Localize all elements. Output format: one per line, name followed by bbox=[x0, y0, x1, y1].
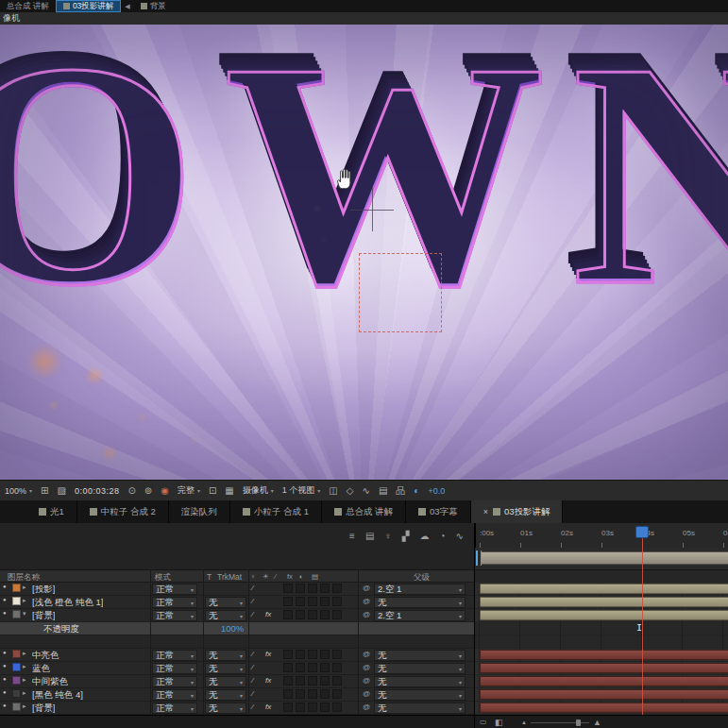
switch-cell[interactable] bbox=[283, 610, 293, 619]
reset-exposure-icon[interactable]: ◐ bbox=[414, 485, 419, 496]
timeline-button-icon[interactable]: ▤ bbox=[379, 485, 387, 496]
tab-scroll-arrow-icon[interactable]: ◀ bbox=[121, 3, 133, 10]
layer-duration-bar[interactable] bbox=[480, 676, 728, 686]
switch-cell[interactable] bbox=[296, 663, 305, 672]
view-select[interactable]: 摄像机▾ bbox=[243, 484, 274, 497]
switch-cell[interactable] bbox=[332, 689, 342, 699]
visibility-eye-icon[interactable]: ● bbox=[3, 597, 7, 602]
comp-tab-6[interactable]: ×03投影讲解 bbox=[471, 500, 564, 523]
share-view-icon[interactable]: ◫ bbox=[329, 485, 337, 496]
composition-view[interactable]: OWN bbox=[0, 25, 728, 480]
visibility-eye-icon[interactable]: ● bbox=[3, 663, 7, 669]
comp-tab-2[interactable]: 渲染队列 bbox=[169, 500, 230, 523]
expand-arrow-icon[interactable]: ▸ bbox=[23, 597, 26, 604]
parent-pickwhip-icon[interactable]: @ bbox=[363, 650, 370, 658]
expand-arrow-icon[interactable]: ▸ bbox=[23, 663, 26, 670]
time-ruler[interactable]: :00s01s02s03s04s05s06s bbox=[475, 523, 728, 548]
switch-cell[interactable] bbox=[296, 689, 305, 699]
quality-switch-icon[interactable]: ⁄ bbox=[252, 676, 253, 685]
comp-tab-3[interactable]: 小粒子 合成 1 bbox=[230, 500, 322, 523]
transparency-grid-icon[interactable]: ▦ bbox=[225, 485, 233, 496]
parent-pickwhip-icon[interactable]: @ bbox=[363, 676, 370, 685]
property-value[interactable]: 100% bbox=[221, 623, 244, 634]
quality-switch-icon[interactable]: ⁄ bbox=[252, 610, 253, 618]
switch-cell[interactable] bbox=[296, 650, 305, 659]
switch-cell[interactable] bbox=[332, 650, 342, 659]
trkmat-select[interactable]: 无▾ bbox=[205, 689, 246, 701]
switch-cell[interactable] bbox=[332, 584, 342, 593]
switch-cell[interactable] bbox=[308, 663, 317, 672]
expand-arrow-icon[interactable]: ▸ bbox=[23, 584, 26, 591]
layer-color-chip[interactable] bbox=[12, 663, 21, 671]
work-area-bar[interactable] bbox=[481, 551, 728, 565]
switch-cell[interactable] bbox=[296, 584, 305, 593]
layer-row-5[interactable]: ●▸中亮色正常▾无▾⁄fx@无▾ bbox=[0, 649, 475, 662]
fx-badge-icon[interactable]: fx bbox=[265, 703, 271, 711]
mode-select[interactable]: 正常▾ bbox=[152, 663, 197, 674]
expand-arrow-icon[interactable]: ▾ bbox=[23, 610, 26, 618]
parent-select[interactable]: 2.空 1▾ bbox=[374, 584, 466, 595]
view-layout-select[interactable]: 1 个视图▾ bbox=[282, 484, 321, 497]
hide-shy-icon[interactable]: ♀ bbox=[384, 531, 392, 541]
layer-color-chip[interactable] bbox=[12, 676, 21, 685]
layer-color-chip[interactable] bbox=[12, 584, 21, 592]
layer-row-8[interactable]: ●▸[黑色 纯色 4]正常▾无▾⁄@无▾ bbox=[0, 688, 475, 702]
layer-color-chip[interactable] bbox=[12, 650, 21, 658]
switch-cell[interactable] bbox=[283, 676, 293, 686]
switch-cell[interactable] bbox=[320, 610, 330, 619]
layer-color-chip[interactable] bbox=[12, 689, 21, 698]
quality-switch-icon[interactable]: ⁄ bbox=[252, 584, 253, 592]
switch-cell[interactable] bbox=[283, 689, 293, 699]
column-t[interactable]: T bbox=[207, 572, 212, 582]
switch-cell[interactable] bbox=[296, 703, 305, 712]
layer-row-1[interactable]: ●▸[浅色 橙色 纯色 1]正常▾无▾⁄@无▾ bbox=[0, 596, 475, 609]
parent-pickwhip-icon[interactable]: @ bbox=[363, 610, 370, 618]
comp-tab-0[interactable]: 光1 bbox=[26, 500, 77, 523]
switch-cell[interactable] bbox=[308, 703, 317, 712]
roi-dashed-box[interactable] bbox=[359, 253, 442, 332]
switch-cell[interactable] bbox=[320, 597, 330, 606]
snapshot-icon[interactable]: ⊙ bbox=[127, 485, 135, 496]
comp-tab-5[interactable]: 03字幕 bbox=[406, 500, 471, 523]
layer-duration-bar[interactable] bbox=[480, 689, 728, 700]
region-of-interest-icon[interactable]: ⊡ bbox=[209, 485, 216, 496]
layer-duration-bar[interactable] bbox=[480, 663, 728, 673]
switch-cell[interactable] bbox=[320, 584, 330, 593]
parent-pickwhip-icon[interactable]: @ bbox=[363, 663, 370, 671]
layer-duration-bar[interactable] bbox=[480, 703, 728, 713]
quality-switch-icon[interactable]: ⁄ bbox=[252, 663, 253, 671]
track-row-2[interactable] bbox=[475, 609, 728, 622]
layer-duration-bar[interactable] bbox=[480, 584, 728, 594]
expand-arrow-icon[interactable]: ▸ bbox=[23, 689, 26, 697]
viewer-tab-1[interactable]: 03投影讲解 bbox=[56, 0, 121, 12]
switch-cell[interactable] bbox=[320, 663, 330, 672]
fx-badge-icon[interactable]: fx bbox=[265, 610, 271, 618]
pixel-aspect-icon[interactable]: ◇ bbox=[347, 485, 354, 496]
mode-select[interactable]: 正常▾ bbox=[152, 610, 197, 621]
switch-cell[interactable] bbox=[296, 597, 305, 606]
mode-select[interactable]: 正常▾ bbox=[152, 584, 197, 595]
switch-cell[interactable] bbox=[308, 676, 317, 686]
mask-visibility-icon[interactable]: ▨ bbox=[57, 485, 65, 496]
quality-switch-icon[interactable]: ⁄ bbox=[252, 650, 253, 658]
trkmat-select[interactable]: 无▾ bbox=[205, 610, 246, 621]
parent-select[interactable]: 无▾ bbox=[374, 689, 466, 701]
magnification-select[interactable]: 100%▾ bbox=[5, 486, 32, 496]
timeline-zoom-slider-handle[interactable] bbox=[576, 720, 581, 726]
switch-cell[interactable] bbox=[283, 597, 293, 606]
switch-cell[interactable] bbox=[308, 650, 317, 659]
parent-pickwhip-icon[interactable]: @ bbox=[363, 689, 370, 698]
visibility-eye-icon[interactable]: ● bbox=[3, 703, 7, 708]
fx-badge-icon[interactable]: fx bbox=[265, 676, 271, 685]
switch-cell[interactable] bbox=[308, 597, 317, 606]
parent-select[interactable]: 无▾ bbox=[374, 676, 466, 687]
expand-arrow-icon[interactable]: ▸ bbox=[23, 650, 26, 657]
frame-blend-icon[interactable]: ▞ bbox=[402, 531, 410, 541]
draft-3d-icon[interactable]: ▤ bbox=[365, 531, 374, 541]
switch-cell[interactable] bbox=[320, 650, 330, 659]
parent-pickwhip-icon[interactable]: @ bbox=[363, 584, 370, 592]
quality-switch-icon[interactable]: ⁄ bbox=[252, 597, 253, 605]
current-time-indicator-handle[interactable] bbox=[635, 526, 649, 538]
fast-preview-icon[interactable]: ∿ bbox=[363, 485, 370, 496]
show-snapshot-icon[interactable]: ⊚ bbox=[144, 485, 152, 496]
